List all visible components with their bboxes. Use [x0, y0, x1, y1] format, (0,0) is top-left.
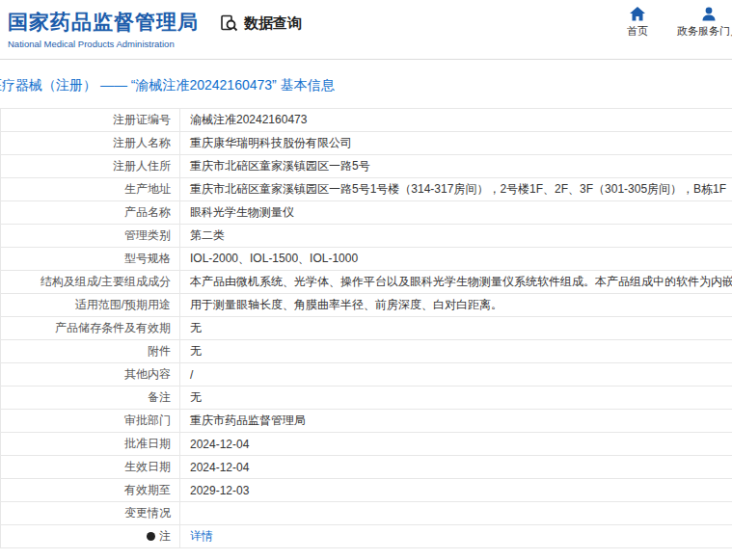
table-row: 变更情况 [1, 502, 732, 525]
field-value: 眼科光学生物测量仪 [180, 201, 732, 225]
field-value: 无 [180, 387, 732, 410]
field-label-note: 注 [1, 525, 180, 548]
field-value: / [180, 363, 732, 387]
table-row: 注册人名称 重庆康华瑞明科技股份有限公司 [1, 132, 732, 155]
table-row: 产品名称 眼科光学生物测量仪 [1, 201, 732, 225]
field-label: 生效日期 [1, 456, 180, 479]
field-value [180, 502, 732, 525]
field-value: 2024-12-04 [180, 456, 732, 479]
field-label: 变更情况 [1, 502, 180, 525]
data-query-icon [220, 14, 238, 33]
field-value: 第二类 [180, 225, 732, 248]
field-value: 详情 [180, 525, 732, 548]
field-value: 重庆康华瑞明科技股份有限公司 [180, 132, 732, 155]
field-label: 适用范围/预期用途 [1, 294, 180, 317]
field-value: 重庆市药品监督管理局 [180, 410, 732, 433]
data-query-label: 数据查询 [244, 14, 302, 33]
field-label: 注 [159, 529, 171, 543]
field-value: 无 [180, 317, 732, 340]
field-value: 2024-12-04 [180, 433, 732, 456]
note-bullet-icon [147, 532, 155, 541]
agency-title-cn: 国家药品监督管理局 [8, 9, 199, 36]
table-row: 注册证编号 渝械注准20242160473 [1, 109, 732, 132]
header-nav: 首页 政务服务门户 [608, 7, 732, 39]
data-query-section[interactable]: 数据查询 [220, 14, 302, 33]
agency-title-en: National Medical Products Administration [8, 39, 199, 49]
field-value: 用于测量眼轴长度、角膜曲率半径、前房深度、白对白距离。 [180, 294, 732, 317]
field-label: 其他内容 [1, 363, 180, 387]
table-row: 审批部门 重庆市药品监督管理局 [1, 410, 732, 433]
nav-item-label: 政务服务门户 [677, 24, 732, 39]
table-row: 备注 无 [1, 387, 732, 410]
table-row: 注册人住所 重庆市北碚区童家溪镇园区一路5号 [1, 155, 732, 178]
table-row: 生产地址 重庆市北碚区童家溪镇园区一路5号1号楼（314-317房间），2号楼1… [1, 178, 732, 201]
nav-item-label: 首页 [627, 24, 648, 39]
field-label: 结构及组成/主要组成成分 [1, 271, 180, 294]
table-row: 适用范围/预期用途 用于测量眼轴长度、角膜曲率半径、前房深度、白对白距离。 [1, 294, 732, 317]
table-row: 产品储存条件及有效期 无 [1, 317, 732, 340]
site-header: 国家药品监督管理局 National Medical Products Admi… [0, 0, 732, 60]
registration-info-table: 注册证编号 渝械注准20242160473 注册人名称 重庆康华瑞明科技股份有限… [0, 108, 732, 548]
table-row: 管理类别 第二类 [1, 225, 732, 248]
field-value: 重庆市北碚区童家溪镇园区一路5号1号楼（314-317房间），2号楼1F、2F、… [180, 178, 732, 201]
field-label: 审批部门 [1, 410, 180, 433]
table-row: 其他内容 / [1, 363, 732, 387]
table-row: 附件 无 [1, 340, 732, 363]
page-title: 医疗器械（注册） —— “渝械注准20242160473” 基本信息 [0, 77, 732, 94]
table-row: 生效日期 2024-12-04 [1, 456, 732, 479]
field-value: 渝械注准20242160473 [180, 109, 732, 132]
field-value: 2029-12-03 [180, 479, 732, 502]
table-row: 注 详情 [1, 525, 732, 548]
field-value: 本产品由微机系统、光学体、操作平台以及眼科光学生物测量仪系统软件组成。本产品组成… [180, 271, 732, 294]
details-link[interactable]: 详情 [190, 529, 213, 543]
field-label: 管理类别 [1, 225, 180, 248]
nav-item-home[interactable]: 首页 [608, 7, 667, 39]
table-row: 结构及组成/主要组成成分 本产品由微机系统、光学体、操作平台以及眼科光学生物测量… [1, 271, 732, 294]
field-label: 注册证编号 [1, 109, 180, 132]
field-label: 产品储存条件及有效期 [1, 317, 180, 340]
agency-logo[interactable]: 国家药品监督管理局 National Medical Products Admi… [8, 9, 199, 49]
field-value: 无 [180, 340, 732, 363]
field-label: 备注 [1, 387, 180, 410]
table-row: 型号规格 IOL-2000、IOL-1500、IOL-1000 [1, 248, 732, 271]
field-label: 生产地址 [1, 178, 180, 201]
field-label: 产品名称 [1, 201, 180, 225]
field-label: 型号规格 [1, 248, 180, 271]
nav-item-service-portal[interactable]: 政务服务门户 [679, 7, 732, 39]
field-label: 批准日期 [1, 433, 180, 456]
table-row: 有效期至 2029-12-03 [1, 479, 732, 502]
field-label: 附件 [1, 340, 180, 363]
field-label: 注册人住所 [1, 155, 180, 178]
table-row: 批准日期 2024-12-04 [1, 433, 732, 456]
field-value: 重庆市北碚区童家溪镇园区一路5号 [180, 155, 732, 178]
home-icon [630, 7, 645, 21]
field-value: IOL-2000、IOL-1500、IOL-1000 [180, 248, 732, 271]
field-label: 有效期至 [1, 479, 180, 502]
user-icon [701, 7, 717, 21]
field-label: 注册人名称 [1, 132, 180, 155]
